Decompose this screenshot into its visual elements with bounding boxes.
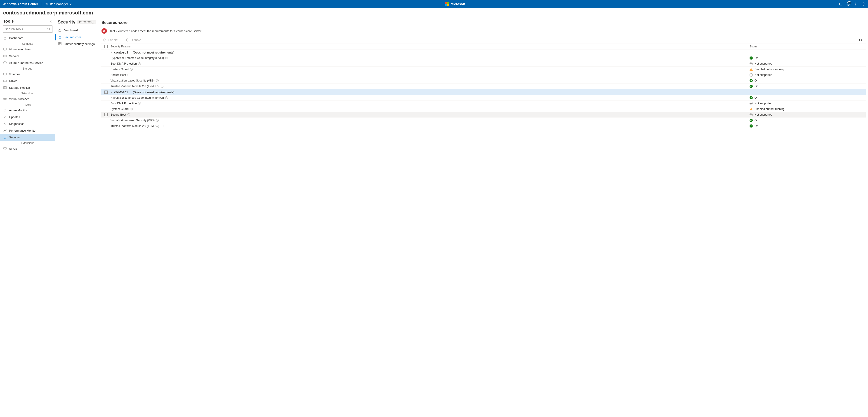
nav-dashboard[interactable]: Dashboard <box>0 35 55 41</box>
server-icon <box>3 54 7 58</box>
microsoft-logo-icon <box>445 2 450 6</box>
subnav-label: Cluster security settings <box>64 42 95 46</box>
svg-rect-15 <box>59 37 61 38</box>
col-status[interactable]: Status <box>749 45 865 48</box>
info-icon[interactable]: i <box>156 119 159 122</box>
nav-performance-monitor[interactable]: Performance Monitor <box>0 127 55 134</box>
row-checkbox[interactable] <box>104 113 107 116</box>
feature-row[interactable]: Secure BootiNot supported <box>101 112 866 117</box>
status-text: Not supported <box>754 62 772 65</box>
status-cell: Not supported <box>749 62 865 65</box>
feature-name: Secure Boot <box>111 73 126 76</box>
feature-row[interactable]: Boot DMA ProtectioniNot supported <box>101 101 866 106</box>
status-on-icon <box>749 96 753 99</box>
node-group-row[interactable]: contoso1(Does not meet requirements) <box>101 49 866 55</box>
sidebar-title: Tools <box>3 19 14 24</box>
search-tools-input[interactable] <box>3 26 53 33</box>
svg-rect-19 <box>60 44 61 45</box>
subnav-dashboard[interactable]: Dashboard <box>55 27 101 34</box>
nav-aks[interactable]: Azure Kubernetes Service <box>0 59 55 66</box>
status-text: Not supported <box>754 113 772 116</box>
info-icon[interactable]: i <box>161 125 163 127</box>
svg-point-7 <box>4 73 6 74</box>
svg-rect-18 <box>59 44 60 45</box>
feature-row[interactable]: Virtualization-based Security (VBS)iOn <box>101 78 866 83</box>
nav-virtual-machines[interactable]: Virtual machines <box>0 46 55 53</box>
info-icon[interactable]: i <box>165 57 168 59</box>
disable-button[interactable]: Disable <box>124 37 143 43</box>
chevron-down-icon[interactable] <box>111 51 113 54</box>
info-icon[interactable]: i <box>127 74 130 76</box>
feature-row[interactable]: System GuardiEnabled but not running <box>101 106 866 112</box>
feature-row[interactable]: Boot DMA ProtectioniNot supported <box>101 61 866 67</box>
svg-rect-14 <box>4 148 6 149</box>
row-checkbox[interactable] <box>104 91 107 94</box>
nav-label: Updates <box>9 115 20 119</box>
subnav-secured-core[interactable]: Secured-core <box>55 34 101 40</box>
col-feature[interactable]: Security Feature <box>111 45 749 48</box>
info-icon[interactable]: i <box>130 108 133 110</box>
group-networking: Networking <box>0 91 55 96</box>
feature-row[interactable]: Trusted Platform Module 2.0 (TPM 2.0)iOn <box>101 83 866 89</box>
info-icon[interactable]: i <box>138 62 141 65</box>
nav-label: Performance Monitor <box>9 129 36 132</box>
nav-virtual-switches[interactable]: Virtual switches <box>0 96 55 102</box>
feature-row[interactable]: Virtualization-based Security (VBS)iOn <box>101 117 866 123</box>
select-all-checkbox[interactable] <box>104 45 107 48</box>
tools-sidebar: Tools Dashboard Compute Virtual machines… <box>0 17 55 417</box>
info-icon[interactable]: i <box>127 113 130 116</box>
status-on-icon <box>749 57 753 60</box>
info-icon[interactable]: i <box>161 85 163 88</box>
info-icon[interactable]: i <box>138 102 141 105</box>
nav-volumes[interactable]: Volumes <box>0 71 55 77</box>
svg-rect-5 <box>4 56 6 57</box>
feature-row[interactable]: System GuardiEnabled but not running <box>101 67 866 72</box>
refresh-button[interactable] <box>856 37 865 42</box>
status-banner: 0 of 2 clustered nodes meet the requirem… <box>101 27 866 36</box>
feature-row[interactable]: Trusted Platform Module 2.0 (TPM 2.0)iOn <box>101 123 866 129</box>
product-name[interactable]: Windows Admin Center <box>3 2 38 6</box>
notifications-icon[interactable]: 17 <box>846 2 850 6</box>
subnav-cluster-security[interactable]: Cluster security settings <box>55 40 101 47</box>
node-group-row[interactable]: contoso2(Does not meet requirements) <box>101 89 866 95</box>
nav-servers[interactable]: Servers <box>0 53 55 59</box>
svg-rect-16 <box>59 42 60 43</box>
feature-name: Secure Boot <box>111 113 126 116</box>
node-note: (Does not meet requirements) <box>133 91 174 94</box>
nav-drives[interactable]: Drives <box>0 77 55 84</box>
status-text: Not supported <box>754 102 772 105</box>
help-icon[interactable] <box>862 2 865 6</box>
info-icon[interactable]: i <box>156 79 159 82</box>
nav-storage-replica[interactable]: Storage Replica <box>0 84 55 91</box>
status-on-icon <box>749 85 753 88</box>
enable-button[interactable]: Enable <box>101 37 120 43</box>
nav-gpus[interactable]: GPUs <box>0 145 55 152</box>
nav-label: Azure Kubernetes Service <box>9 61 43 65</box>
nav-diagnostics[interactable]: Diagnostics <box>0 120 55 127</box>
nav-updates[interactable]: Updates <box>0 113 55 120</box>
settings-icon[interactable] <box>854 2 858 6</box>
settings-grid-icon <box>58 42 62 46</box>
info-icon[interactable]: i <box>130 68 133 71</box>
vm-icon <box>3 47 7 51</box>
collapse-sidebar-icon[interactable] <box>50 20 52 23</box>
info-icon[interactable]: i <box>165 96 168 99</box>
nav-azure-monitor[interactable]: Azure Monitor <box>0 107 55 113</box>
feature-row[interactable]: Hypervisor Enforced Code Integrity (HVCI… <box>101 95 866 101</box>
diagnostics-icon <box>3 122 7 126</box>
console-icon[interactable] <box>839 2 842 6</box>
search-tools-field[interactable] <box>5 27 47 31</box>
nav-list: Dashboard Compute Virtual machines Serve… <box>0 35 55 417</box>
chevron-down-icon[interactable] <box>111 91 113 93</box>
context-switcher[interactable]: Cluster Manager <box>44 2 72 6</box>
feature-row[interactable]: Hypervisor Enforced Code Integrity (HVCI… <box>101 55 866 61</box>
feature-row[interactable]: Secure BootiNot supported <box>101 72 866 78</box>
nav-label: Diagnostics <box>9 122 24 126</box>
info-icon[interactable]: i <box>92 21 94 24</box>
status-cell: On <box>749 119 865 122</box>
divider <box>41 2 41 6</box>
status-on-icon <box>749 125 753 128</box>
nav-security[interactable]: Security <box>0 134 55 141</box>
security-subnav: Security PREVIEWi Dashboard Secured-core… <box>55 17 101 417</box>
page-title: Secured-core <box>101 20 866 27</box>
